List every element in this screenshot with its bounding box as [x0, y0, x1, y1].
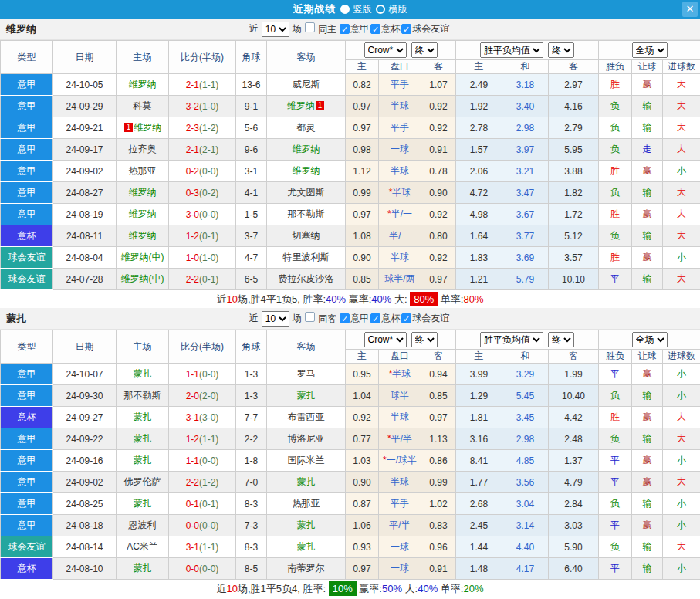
- cell-score: 2-0(2-0): [169, 385, 236, 407]
- average-type-select[interactable]: 胜平负均值: [480, 42, 543, 58]
- match-row: 意杯24-08-10蒙扎0-0(0-0)8-5南蒂罗尔0.97一球0.911.4…: [1, 558, 700, 580]
- half-score: (0-0): [199, 209, 218, 220]
- team-name-text: 维罗纳: [287, 100, 315, 111]
- average-type-select[interactable]: 胜平负均值: [480, 332, 543, 347]
- league-filter[interactable]: ✓意甲: [340, 22, 369, 36]
- league-filters: ✓意甲✓意杯✓球会友谊: [340, 22, 451, 36]
- league-filter[interactable]: ✓球会友谊: [401, 312, 449, 325]
- cell-handicap: *半球: [379, 364, 421, 385]
- col-header-odds-away: 客: [421, 60, 456, 74]
- team-name-text: 特里波利斯: [283, 252, 330, 262]
- league-filter[interactable]: ✓意杯: [370, 22, 400, 36]
- cell-odds-away: 0.78: [421, 161, 456, 182]
- league-filter[interactable]: ✓球会友谊: [401, 22, 449, 36]
- cell-avg-home: 1.57: [456, 139, 502, 161]
- same-venue-checkbox[interactable]: [305, 22, 315, 32]
- full-score: 3-1: [186, 542, 199, 553]
- cell-result: 负: [599, 428, 632, 450]
- scope-select[interactable]: 全场: [632, 42, 668, 58]
- same-venue-checkbox[interactable]: [305, 312, 315, 322]
- vertical-layout-radio[interactable]: [340, 5, 350, 14]
- full-score: 3-2: [186, 101, 199, 112]
- full-score: 2-2: [186, 274, 199, 285]
- cell-corner: 5-6: [236, 117, 267, 139]
- team-name-text: 维罗纳(中): [121, 252, 164, 262]
- cell-score: 0-2(0-0): [169, 161, 236, 182]
- cell-odds-away: 0.92: [421, 117, 456, 139]
- col-header-date: 日期: [53, 41, 117, 74]
- league-checkbox[interactable]: ✓: [340, 24, 350, 34]
- league-checkbox[interactable]: ✓: [370, 24, 380, 34]
- bookmaker-select[interactable]: Crow*: [364, 42, 407, 58]
- cell-type: 意杯: [1, 407, 53, 428]
- col-header-result: 胜负: [599, 60, 632, 74]
- team-name-text: 维罗纳: [129, 79, 157, 90]
- full-score: 2-3: [186, 123, 199, 134]
- cell-odds-home: 1.08: [346, 225, 379, 247]
- summary-segment: 赢率:: [346, 293, 371, 305]
- cell-handicap: 半球: [379, 407, 421, 428]
- cell-date: 24-07-28: [53, 269, 117, 290]
- vertical-layout-label: 竖版: [353, 3, 372, 16]
- match-count-select[interactable]: 10: [262, 311, 289, 327]
- cell-result: 平: [599, 450, 632, 472]
- cell-date: 24-09-30: [53, 385, 117, 407]
- league-checkbox[interactable]: ✓: [340, 313, 350, 323]
- cell-result: 平: [599, 558, 632, 580]
- cell-type: 意甲: [1, 385, 53, 407]
- col-header-handicap-result: 让球: [632, 350, 663, 364]
- half-score: (0-2): [199, 188, 218, 198]
- average-final-select[interactable]: 终: [548, 42, 574, 58]
- league-filter[interactable]: ✓意甲: [340, 312, 369, 325]
- team-name-text: 蒙扎: [297, 541, 316, 552]
- cell-score: 3-1(3-0): [169, 407, 236, 428]
- league-checkbox[interactable]: ✓: [401, 313, 411, 323]
- cell-handicap-result: 赢: [632, 450, 663, 472]
- col-header-home: 主场: [117, 330, 169, 364]
- half-score: (0-1): [199, 231, 218, 242]
- match-row: 意甲24-09-16蒙扎1-1(0-0)1-8国际米兰1.03*一/球半0.86…: [1, 450, 700, 472]
- average-final-select[interactable]: 终: [548, 332, 574, 347]
- cell-home: 维罗纳: [117, 204, 169, 225]
- cell-handicap: 平手: [379, 493, 421, 515]
- league-filter[interactable]: ✓意杯: [370, 312, 400, 325]
- cell-away: 蒙扎: [267, 536, 346, 558]
- cell-odds-home: 0.90: [346, 472, 379, 493]
- cell-odds-away: 0.91: [421, 139, 456, 161]
- league-checkbox[interactable]: ✓: [401, 24, 411, 34]
- league-checkbox-label: 球会友谊: [412, 312, 449, 325]
- same-venue-filter[interactable]: 同客: [305, 312, 336, 326]
- cell-goals: 小: [663, 450, 700, 472]
- cell-avg-home: 1.77: [456, 472, 502, 493]
- cell-away: 尤文图斯: [267, 182, 346, 204]
- handicap-text: 平手: [391, 122, 409, 133]
- bookmaker-select[interactable]: Crow*: [364, 332, 407, 347]
- cell-odds-away: 0.99: [421, 472, 456, 493]
- handicap-final-select[interactable]: 终: [411, 42, 438, 58]
- cell-home: 热那亚: [117, 161, 169, 182]
- cell-home: 科莫: [117, 96, 169, 117]
- cell-handicap: 球半/两: [379, 269, 421, 290]
- match-row: 意甲24-08-18恩波利0-0(0-0)7-3蒙扎1.06平/半0.832.4…: [1, 515, 700, 536]
- cell-handicap: 一球: [379, 139, 421, 161]
- summary-line: 近10场,胜1平5负4, 胜率: 10% 赢率:50% 大:40% 单率:20%: [0, 580, 700, 597]
- cell-handicap-result: 输: [632, 536, 663, 558]
- cell-type: 球会友谊: [1, 536, 53, 558]
- cell-goals: 大: [663, 96, 700, 117]
- handicap-final-select[interactable]: 终: [411, 332, 438, 347]
- horizontal-layout-radio[interactable]: [376, 5, 385, 14]
- scope-select[interactable]: 全场: [632, 332, 668, 347]
- cell-handicap-result: 输: [632, 182, 663, 204]
- full-score: 0-3: [186, 188, 199, 198]
- match-count-select[interactable]: 10: [262, 22, 289, 37]
- cell-odds-away: 0.91: [421, 558, 456, 580]
- summary-segment: 单率:: [438, 293, 463, 305]
- cell-type: 意甲: [1, 204, 53, 225]
- cell-date: 24-08-18: [53, 515, 117, 536]
- league-checkbox[interactable]: ✓: [370, 313, 380, 323]
- match-row: 球会友谊24-07-28维罗纳(中)2-2(0-1)6-5费拉尔皮沙洛0.85球…: [1, 269, 700, 290]
- close-button[interactable]: ✕: [682, 2, 698, 17]
- cell-home: 维罗纳(中): [117, 247, 169, 269]
- cell-date: 24-09-02: [53, 161, 117, 182]
- same-venue-filter[interactable]: 同主: [305, 22, 336, 36]
